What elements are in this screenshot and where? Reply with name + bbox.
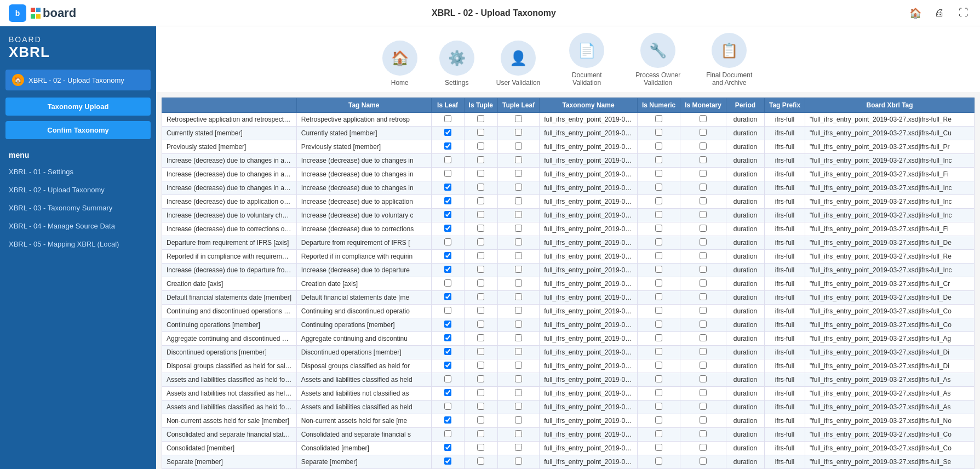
checkbox[interactable] (515, 389, 522, 396)
checkbox[interactable] (655, 307, 662, 314)
checkbox[interactable] (477, 403, 484, 410)
cell-isnumeric[interactable] (637, 277, 680, 291)
cell-ismonetary[interactable] (680, 209, 726, 222)
cell-tupleleaf[interactable] (498, 209, 540, 222)
sidebar-item-manage-source[interactable]: XBRL - 04 - Manage Source Data (0, 217, 156, 235)
cell-istuple[interactable] (464, 250, 497, 264)
checkbox[interactable] (477, 266, 484, 273)
cell-isleaf[interactable] (431, 346, 464, 359)
checkbox[interactable] (700, 334, 707, 341)
checkbox[interactable] (700, 156, 707, 163)
checkbox[interactable] (700, 416, 707, 424)
checkbox[interactable] (700, 444, 707, 451)
cell-tupleleaf[interactable] (498, 305, 540, 318)
cell-tupleleaf[interactable] (498, 222, 540, 236)
cell-ismonetary[interactable] (680, 318, 726, 332)
checkbox[interactable] (655, 375, 662, 382)
cell-tupleleaf[interactable] (498, 455, 540, 469)
cell-tupleleaf[interactable] (498, 318, 540, 332)
cell-isleaf[interactable] (431, 291, 464, 305)
cell-isnumeric[interactable] (637, 236, 680, 250)
cell-isnumeric[interactable] (637, 264, 680, 277)
cell-tupleleaf[interactable] (498, 346, 540, 359)
cell-isnumeric[interactable] (637, 359, 680, 373)
cell-istuple[interactable] (464, 113, 497, 127)
cell-isleaf[interactable] (431, 181, 464, 195)
checkbox[interactable] (515, 321, 522, 328)
cell-isnumeric[interactable] (637, 442, 680, 455)
checkbox[interactable] (700, 362, 707, 369)
cell-istuple[interactable] (464, 127, 497, 140)
cell-ismonetary[interactable] (680, 168, 726, 181)
checkbox[interactable] (477, 156, 484, 163)
checkbox[interactable] (444, 416, 451, 424)
cell-ismonetary[interactable] (680, 154, 726, 168)
checkbox[interactable] (655, 334, 662, 341)
checkbox[interactable] (655, 211, 662, 218)
checkbox[interactable] (655, 348, 662, 355)
cell-isnumeric[interactable] (637, 291, 680, 305)
cell-isnumeric[interactable] (637, 346, 680, 359)
checkbox[interactable] (477, 430, 484, 437)
checkbox[interactable] (444, 334, 451, 341)
cell-isnumeric[interactable] (637, 373, 680, 387)
checkbox[interactable] (477, 321, 484, 328)
cell-tupleleaf[interactable] (498, 401, 540, 414)
checkbox[interactable] (655, 142, 662, 150)
checkbox[interactable] (655, 293, 662, 300)
cell-istuple[interactable] (464, 291, 497, 305)
checkbox[interactable] (477, 307, 484, 314)
checkbox[interactable] (700, 252, 707, 259)
checkbox[interactable] (515, 129, 522, 136)
checkbox[interactable] (515, 184, 522, 191)
checkbox[interactable] (515, 334, 522, 341)
checkbox[interactable] (444, 362, 451, 369)
cell-istuple[interactable] (464, 209, 497, 222)
checkbox[interactable] (444, 403, 451, 410)
checkbox[interactable] (515, 225, 522, 232)
checkbox[interactable] (477, 334, 484, 341)
checkbox[interactable] (700, 197, 707, 204)
cell-istuple[interactable] (464, 305, 497, 318)
cell-isnumeric[interactable] (637, 318, 680, 332)
checkbox[interactable] (477, 416, 484, 424)
cell-isleaf[interactable] (431, 250, 464, 264)
cell-isnumeric[interactable] (637, 195, 680, 209)
checkbox[interactable] (515, 444, 522, 451)
cell-isnumeric[interactable] (637, 181, 680, 195)
checkbox[interactable] (444, 115, 451, 122)
checkbox[interactable] (700, 375, 707, 382)
cell-isnumeric[interactable] (637, 168, 680, 181)
checkbox[interactable] (700, 307, 707, 314)
cell-ismonetary[interactable] (680, 401, 726, 414)
checkbox[interactable] (444, 238, 451, 245)
cell-isleaf[interactable] (431, 305, 464, 318)
checkbox[interactable] (477, 293, 484, 300)
checkbox[interactable] (655, 129, 662, 136)
cell-istuple[interactable] (464, 236, 497, 250)
checkbox[interactable] (700, 115, 707, 122)
cell-isleaf[interactable] (431, 332, 464, 346)
checkbox[interactable] (515, 457, 522, 465)
cell-istuple[interactable] (464, 195, 497, 209)
nav-icon-home[interactable]: 🏠 Home (382, 41, 417, 92)
cell-isnumeric[interactable] (637, 401, 680, 414)
home-icon[interactable]: 🏠 (908, 5, 923, 21)
checkbox[interactable] (515, 362, 522, 369)
checkbox[interactable] (515, 403, 522, 410)
cell-istuple[interactable] (464, 359, 497, 373)
checkbox[interactable] (444, 389, 451, 396)
checkbox[interactable] (477, 184, 484, 191)
checkbox[interactable] (700, 184, 707, 191)
sidebar-item-upload-taxonomy[interactable]: XBRL - 02 - Upload Taxonomy (0, 181, 156, 199)
checkbox[interactable] (655, 416, 662, 424)
cell-isnumeric[interactable] (637, 387, 680, 401)
cell-ismonetary[interactable] (680, 222, 726, 236)
checkbox[interactable] (444, 197, 451, 204)
cell-ismonetary[interactable] (680, 414, 726, 428)
cell-istuple[interactable] (464, 387, 497, 401)
cell-istuple[interactable] (464, 455, 497, 469)
cell-isleaf[interactable] (431, 264, 464, 277)
cell-istuple[interactable] (464, 154, 497, 168)
cell-isleaf[interactable] (431, 195, 464, 209)
